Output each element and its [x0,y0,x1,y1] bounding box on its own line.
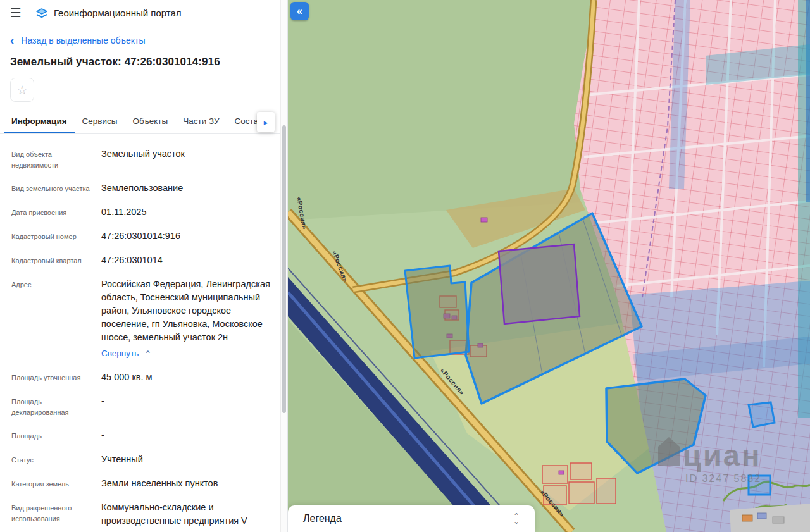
field-value-text: 45 000 кв. м [101,372,152,382]
field-value-text: Землепользование [101,183,183,193]
chevron-up-icon: ⌃ [144,350,151,358]
field-value: 01.11.2025 [101,206,276,219]
selected-parcel-east-small[interactable] [749,402,775,427]
watermark-id: ID 3247 5832 [685,473,761,484]
star-icon: ☆ [16,83,27,97]
legend-bar: Легенда ⌃ ⌄ [288,505,535,532]
field-value-text: Российская Федерация, Ленинградская обла… [101,279,270,342]
field-row: Вид земельного участкаЗемлепользование [11,182,276,195]
field-value-text: Земельный участок [101,149,185,159]
field-label: Адрес [11,278,92,360]
field-row: Площадь уточненная45 000 кв. м [11,371,276,384]
field-row: АдресРоссийская Федерация, Ленинградская… [11,278,276,360]
field-value-text: 47:26:0301014 [101,255,163,265]
field-label: Вид объекта недвижимости [11,147,92,171]
tabs: ИнформацияСервисыОбъектыЧасти ЗУСостав [4,109,280,133]
object-info-panel: ☰ Геоинформационный портал ‹ Назад в выд… [0,0,288,532]
map-canvas[interactable]: «Россия» «Россия» «Россия» «Россия» циан… [288,0,810,532]
field-label: Категория земель [11,477,92,490]
field-value: Учтенный [101,453,276,466]
field-label: Вид земельного участка [11,182,92,195]
field-label: Вид разрешенного использования [11,501,92,528]
geoportal-app: ☰ Геоинформационный портал ‹ Назад в выд… [0,0,810,532]
tab-services[interactable]: Сервисы [75,109,125,133]
address-collapse-row: Свернуть⌃ [101,347,276,360]
field-row: Вид разрешенного использованияКоммунальн… [11,501,276,528]
field-value: 47:26:0301014 [101,254,276,267]
field-label: Кадастровый номер [11,230,92,243]
field-row: Кадастровый номер47:26:0301014:916 [11,230,276,243]
field-value-text: 01.11.2025 [101,207,147,217]
field-label: Кадастровый квартал [11,254,92,267]
field-value-text: Коммунально-складские и производственные… [101,502,247,526]
field-value: Коммунально-складские и производственные… [101,501,276,528]
map-view[interactable]: «Россия» «Россия» «Россия» «Россия» циан… [288,0,810,532]
address-collapse-link[interactable]: Свернуть [101,347,139,360]
field-value: Земли населенных пунктов [101,477,276,490]
hamburger-menu-icon[interactable]: ☰ [10,6,22,19]
field-label: Площадь [11,429,92,442]
field-row: СтатусУчтенный [11,453,276,466]
field-value-text: - [101,430,104,440]
field-label: Площадь уточненная [11,371,92,384]
panel-scrollbar[interactable] [280,0,287,532]
tab-info[interactable]: Информация [4,109,75,133]
field-value-text: - [101,396,104,406]
scrollbar-thumb[interactable] [282,125,286,413]
field-row: Кадастровый квартал47:26:0301014 [11,254,276,267]
chevron-down-icon: ⌄ [513,519,520,524]
arrow-right-icon: ▸ [264,118,268,127]
back-chevron-icon: ‹ [10,34,14,46]
panel-header: ☰ Геоинформационный портал [0,0,287,21]
field-value: 47:26:0301014:916 [101,230,276,243]
app-logo-icon [35,6,49,20]
field-value: - [101,395,276,418]
tabs-next-button[interactable]: ▸ [257,112,275,132]
field-row: Площадь декларированная- [11,395,276,418]
field-value: Земельный участок [101,147,276,171]
field-row: Площадь- [11,429,276,442]
field-label: Площадь декларированная [11,395,92,418]
tab-bar: ИнформацияСервисыОбъектыЧасти ЗУСостав ▸ [0,109,287,134]
app-title: Геоинформационный портал [54,8,182,18]
page-title: Земельный участок: 47:26:0301014:916 [10,56,277,68]
field-row: Дата присвоения01.11.2025 [11,206,276,219]
back-link[interactable]: ‹ Назад в выделенные объекты [0,21,287,46]
field-label: Дата присвоения [11,206,92,219]
back-link-label[interactable]: Назад в выделенные объекты [21,35,145,46]
tab-objects[interactable]: Объекты [125,109,176,133]
info-fields: Вид объекта недвижимостиЗемельный участо… [0,134,287,528]
parcel-purple[interactable] [499,244,580,324]
watermark-text: циан [683,438,761,472]
field-value: 45 000 кв. м [101,371,276,384]
field-value-text: 47:26:0301014:916 [101,231,180,241]
field-row: Вид объекта недвижимостиЗемельный участо… [11,147,276,171]
field-value-text: Учтенный [101,454,143,464]
field-value: Землепользование [101,182,276,195]
legend-toggle-button[interactable]: ⌃ ⌄ [509,511,523,526]
favorite-button[interactable]: ☆ [10,78,34,102]
field-row: Категория земельЗемли населенных пунктов [11,477,276,490]
field-label: Статус [11,453,92,466]
field-value-text: Земли населенных пунктов [101,478,218,488]
legend-title: Легенда [303,513,342,524]
field-value: Российская Федерация, Ленинградская обла… [101,278,276,360]
field-value: - [101,429,276,442]
collapse-panel-button[interactable]: « [290,2,309,20]
tab-zu-parts[interactable]: Части ЗУ [175,109,227,133]
